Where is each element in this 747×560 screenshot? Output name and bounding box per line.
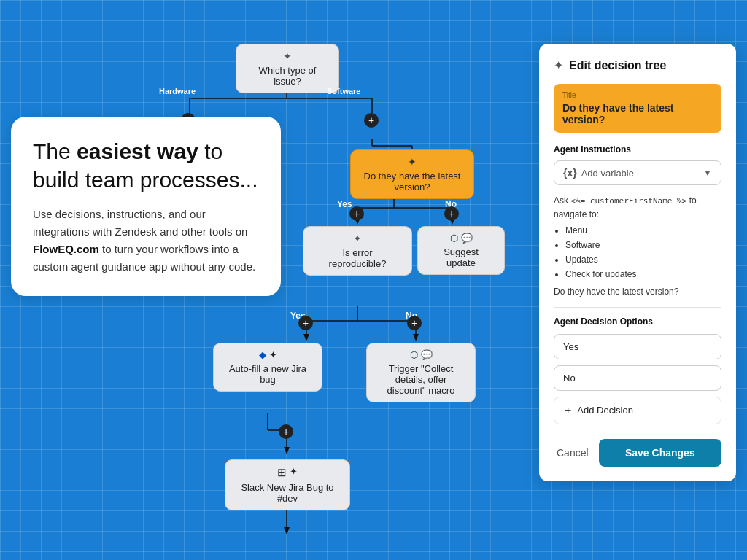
panel-title: Edit decision tree <box>569 59 666 72</box>
macro-node[interactable]: ⬡ 💬 Trigger "Collect details, offer disc… <box>366 343 476 402</box>
panel-header: ✦ Edit decision tree <box>554 58 721 72</box>
add-yes1-btn[interactable]: + <box>349 206 364 221</box>
svg-marker-25 <box>303 334 309 341</box>
add-no1-btn[interactable]: + <box>444 206 459 221</box>
add-no2-btn[interactable]: + <box>407 316 422 330</box>
jira-bug-label: Auto-fill a new Jira bug <box>224 363 311 385</box>
suggest-update-label: Suggest update <box>428 246 494 268</box>
jira-icon: ◆ <box>259 349 266 360</box>
panel-header-icon: ✦ <box>554 58 563 72</box>
variable-placeholder: Add variable <box>581 168 634 179</box>
error-node[interactable]: ✦ Is error reproducible? <box>303 226 412 276</box>
root-node-label: Which type of issue? <box>247 65 328 87</box>
svg-marker-28 <box>284 527 290 534</box>
cancel-button[interactable]: Cancel <box>554 440 592 466</box>
nav-list: Menu Software Updates Check for updates <box>554 224 721 281</box>
variable-dropdown[interactable]: {x} Add variable ▼ <box>554 160 721 185</box>
error-decision-icon: ✦ <box>353 233 362 244</box>
slack-jira-label: Slack New Jira Bug to #dev <box>236 482 339 504</box>
save-changes-button[interactable]: Save Changes <box>599 439 721 467</box>
nav-item-check: Check for updates <box>565 268 721 281</box>
title-value: Do they have the latest version? <box>562 102 713 125</box>
root-node[interactable]: ✦ Which type of issue? <box>236 44 339 93</box>
edit-decision-panel: ✦ Edit decision tree Title Do they have … <box>539 44 736 481</box>
nav-item-menu: Menu <box>565 224 721 237</box>
add-decision-button[interactable]: + Add Decision <box>554 397 721 424</box>
variable-dropdown-left: {x} Add variable <box>563 167 634 179</box>
variable-icon: {x} <box>563 167 577 179</box>
instructions-line2: Do they have the latest version? <box>554 285 721 298</box>
hardware-label: Hardware <box>159 87 196 96</box>
highlighted-decision-icon: ✦ <box>408 156 417 168</box>
decision-icon: ✦ <box>283 50 292 62</box>
instructions-line1: Ask <%= customerFirstName %> to navigate… <box>554 195 697 219</box>
yes1-label: Yes <box>337 199 352 209</box>
suggest-update-node[interactable]: ⬡ 💬 Suggest update <box>417 226 505 275</box>
software-label: Software <box>327 87 360 96</box>
panel-footer: Cancel Save Changes <box>554 439 721 467</box>
chat-macro-icon: 💬 <box>421 349 433 360</box>
flow-icon-slack: ✦ <box>290 466 298 479</box>
promo-body: Use decisions, instructions, and our int… <box>33 206 259 276</box>
decision-option-no[interactable]: No <box>554 365 721 391</box>
error-node-label: Is error reproducible? <box>314 247 401 269</box>
chevron-down-icon: ▼ <box>703 168 712 178</box>
divider <box>554 307 721 308</box>
latest-version-label: Do they have the latest version? <box>361 171 463 192</box>
add-decision-plus-icon: + <box>565 404 571 417</box>
macro-label: Trigger "Collect details, offer discount… <box>377 363 465 396</box>
add-yes2-btn[interactable]: + <box>298 316 313 330</box>
nav-item-software: Software <box>565 238 721 252</box>
decision-option-yes[interactable]: Yes <box>554 334 721 359</box>
title-label: Title <box>562 91 713 99</box>
latest-version-node[interactable]: ✦ Do they have the latest version? <box>350 149 474 199</box>
add-software-btn[interactable]: + <box>364 113 379 128</box>
zendesk-macro-icon: ⬡ <box>410 349 418 360</box>
decision-options-label: Agent Decision Options <box>554 316 721 327</box>
jira-bug-node[interactable]: ◆ ✦ Auto-fill a new Jira bug <box>213 343 322 392</box>
floweq-link[interactable]: FlowEQ.com <box>33 243 99 255</box>
nav-item-updates: Updates <box>565 253 721 266</box>
promo-heading: The easiest way to build team processes.… <box>33 137 259 194</box>
title-field[interactable]: Title Do they have the latest version? <box>554 84 721 133</box>
slack-icon: ⊞ <box>277 466 287 479</box>
flow-icon-jira: ✦ <box>269 349 277 360</box>
chat-icon: 💬 <box>461 233 473 244</box>
add-jira-bottom-btn[interactable]: + <box>279 424 293 439</box>
promo-card: The easiest way to build team processes.… <box>11 117 281 296</box>
agent-instructions-label: Agent Instructions <box>554 144 721 155</box>
slack-jira-node[interactable]: ⊞ ✦ Slack New Jira Bug to #dev <box>225 459 350 510</box>
instructions-text: Ask <%= customerFirstName %> to navigate… <box>554 194 721 298</box>
svg-marker-26 <box>413 334 419 341</box>
zendesk-icon: ⬡ <box>450 233 458 244</box>
add-decision-label: Add Decision <box>577 405 633 416</box>
svg-marker-27 <box>284 447 290 454</box>
